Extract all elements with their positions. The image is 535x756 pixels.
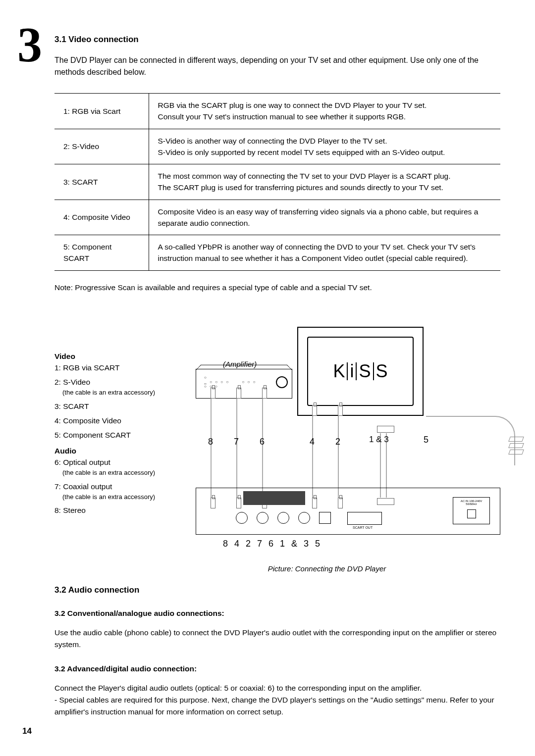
page-number: 14 (22, 726, 32, 736)
cable-5 (426, 416, 515, 465)
video-heading: Video (54, 351, 176, 362)
label-v1: 1: RGB via SCART (54, 362, 176, 373)
section-3-2-heading: 3.2 Audio connection (54, 585, 500, 595)
conn-desc: S-Video is another way of connecting the… (149, 129, 500, 164)
label-v4: 4: Composite Video (54, 415, 176, 426)
conn-label: 3: SCART (54, 164, 149, 200)
conn-label: 2: S-Video (54, 129, 149, 164)
diagram-labels: Video 1: RGB via SCART 2: S-Video (the c… (54, 322, 176, 550)
table-row: 2: S-Video S-Video is another way of con… (54, 129, 500, 164)
diagram-num-2: 2 (335, 437, 340, 447)
table-row: 4: Composite Video Composite Video is an… (54, 200, 500, 235)
label-v2-note: (the cable is an extra accessory) (62, 388, 176, 398)
tv-brand-label: KiSS (307, 337, 414, 406)
connection-diagram: (Amplifier) ○⎯ ○ ○ ○ ○ ○ ○ ○○ ○ ○ KiSS 8 (181, 322, 500, 550)
para-digital: Connect the Player's digital audio outle… (54, 682, 500, 718)
diagram-num-4: 4 (310, 437, 315, 447)
connection-table: 1: RGB via Scart RGB via the SCART plug … (54, 93, 500, 271)
label-a7: 7: Coaxial output (54, 482, 112, 491)
label-a6-note: (the cable is an extra accessory) (62, 468, 176, 478)
diagram-num-5: 5 (424, 435, 428, 445)
cable-2 (338, 416, 339, 498)
label-v3: 3: SCART (54, 401, 176, 412)
para-analogue: Use the audio cable (phono cable) to con… (54, 627, 500, 651)
audio-heading: Audio (54, 445, 176, 456)
diagram-num-1-3: 1 & 3 (369, 435, 389, 445)
conn-label: 4: Composite Video (54, 200, 149, 235)
progressive-scan-note: Note: Progressive Scan is available and … (54, 283, 500, 292)
label-a8: 8: Stereo (54, 504, 176, 516)
diagram-num-7: 7 (234, 437, 239, 447)
diagram-caption: Picture: Connecting the DVD Player (154, 564, 500, 573)
sub-3-2-digital: 3.2 Advanced/digital audio connection: (54, 664, 500, 673)
table-row: 3: SCART The most common way of connecti… (54, 164, 500, 200)
conn-desc: RGB via the SCART plug is one way to con… (149, 94, 500, 129)
cable-8 (211, 399, 212, 498)
table-row: 1: RGB via Scart RGB via the SCART plug … (54, 94, 500, 129)
label-v2: 2: S-Video (54, 378, 90, 386)
cable-4 (312, 416, 313, 498)
cable-6 (262, 399, 263, 498)
section-3-1-heading: 3.1 Video connection (54, 35, 500, 45)
diagram-bottom-numbers: 8 4 2 7 6 1 & 3 5 (223, 539, 322, 549)
diagram-num-8: 8 (208, 437, 213, 447)
chapter-number: 3 (17, 25, 42, 64)
cable-7 (236, 399, 237, 498)
label-v5: 5: Component SCART (54, 429, 176, 441)
label-a7-note: (the cable is an extra accessory) (62, 492, 176, 502)
conn-desc: The most common way of connecting the TV… (149, 164, 500, 200)
conn-desc: Composite Video is an easy way of transf… (149, 200, 500, 235)
conn-label: 1: RGB via Scart (54, 94, 149, 129)
conn-desc: A so-called YPbPR is another way of conn… (149, 235, 500, 271)
label-a6: 6: Optical output (54, 458, 110, 466)
dvd-back-panel-icon: SCART OUT AC IN 100-240V50/60Hz (196, 488, 500, 535)
sub-3-2-analogue: 3.2 Conventional/analogue audio connecti… (54, 609, 500, 618)
conn-label: 5: Component SCART (54, 235, 149, 271)
diagram-num-6: 6 (260, 437, 265, 447)
section-3-1-intro: The DVD Player can be connected in diffe… (54, 54, 500, 78)
table-row: 5: Component SCART A so-called YPbPR is … (54, 235, 500, 271)
ypbpr-plug-icon (509, 437, 524, 461)
